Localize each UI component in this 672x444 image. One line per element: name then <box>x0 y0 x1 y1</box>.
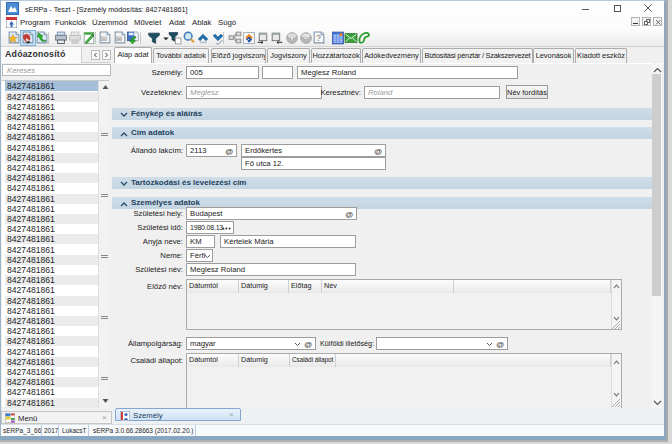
svg-text:?: ? <box>316 33 321 43</box>
